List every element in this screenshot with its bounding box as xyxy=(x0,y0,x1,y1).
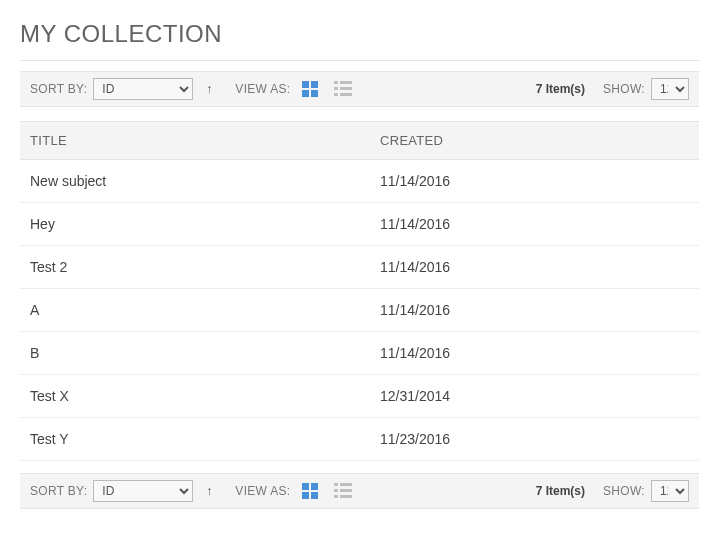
cell-title: Test X xyxy=(30,388,380,404)
item-count: 7 Item(s) xyxy=(536,484,585,498)
table-row[interactable]: Test Y11/23/2016 xyxy=(20,418,699,461)
table-header: TITLE CREATED xyxy=(20,121,699,160)
cell-created: 11/14/2016 xyxy=(380,302,689,318)
cell-title: B xyxy=(30,345,380,361)
cell-created: 11/14/2016 xyxy=(380,216,689,232)
col-header-created[interactable]: CREATED xyxy=(380,133,689,148)
collection-table: TITLE CREATED New subject11/14/2016Hey11… xyxy=(20,121,699,461)
cell-created: 11/14/2016 xyxy=(380,345,689,361)
table-row[interactable]: B11/14/2016 xyxy=(20,332,699,375)
show-select[interactable]: 12 xyxy=(651,78,689,100)
view-list-icon[interactable] xyxy=(334,483,352,499)
show-select[interactable]: 12 xyxy=(651,480,689,502)
table-row[interactable]: Hey11/14/2016 xyxy=(20,203,699,246)
cell-title: Hey xyxy=(30,216,380,232)
sort-by-select[interactable]: ID xyxy=(93,480,193,502)
cell-title: Test Y xyxy=(30,431,380,447)
cell-title: Test 2 xyxy=(30,259,380,275)
cell-created: 11/23/2016 xyxy=(380,431,689,447)
view-list-icon[interactable] xyxy=(334,81,352,97)
sort-direction-button[interactable]: ↑ xyxy=(201,81,217,97)
sort-by-label: SORT BY: xyxy=(30,82,87,96)
view-grid-icon[interactable] xyxy=(302,483,320,499)
show-label: SHOW: xyxy=(603,82,645,96)
page-title: MY COLLECTION xyxy=(20,20,699,61)
cell-created: 11/14/2016 xyxy=(380,173,689,189)
cell-created: 12/31/2014 xyxy=(380,388,689,404)
table-row[interactable]: Test 211/14/2016 xyxy=(20,246,699,289)
view-as-label: VIEW AS: xyxy=(235,82,290,96)
sort-direction-button[interactable]: ↑ xyxy=(201,483,217,499)
view-as-label: VIEW AS: xyxy=(235,484,290,498)
toolbar-top: SORT BY: ID ↑ VIEW AS: 7 Item(s) SHOW: 1… xyxy=(20,71,699,107)
item-count: 7 Item(s) xyxy=(536,82,585,96)
cell-created: 11/14/2016 xyxy=(380,259,689,275)
sort-by-select[interactable]: ID xyxy=(93,78,193,100)
table-row[interactable]: Test X12/31/2014 xyxy=(20,375,699,418)
col-header-title[interactable]: TITLE xyxy=(30,133,380,148)
cell-title: New subject xyxy=(30,173,380,189)
table-row[interactable]: New subject11/14/2016 xyxy=(20,160,699,203)
table-row[interactable]: A11/14/2016 xyxy=(20,289,699,332)
cell-title: A xyxy=(30,302,380,318)
toolbar-bottom: SORT BY: ID ↑ VIEW AS: 7 Item(s) SHOW: 1… xyxy=(20,473,699,509)
show-label: SHOW: xyxy=(603,484,645,498)
sort-by-label: SORT BY: xyxy=(30,484,87,498)
view-grid-icon[interactable] xyxy=(302,81,320,97)
